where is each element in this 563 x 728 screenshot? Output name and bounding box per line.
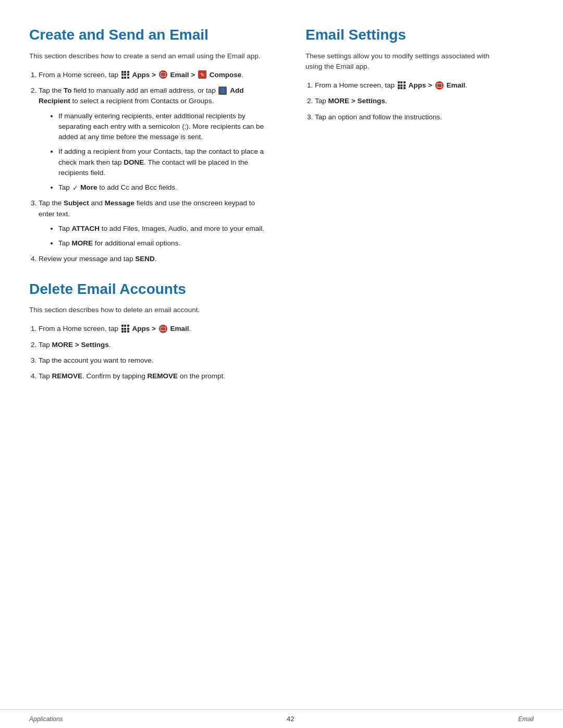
email-label-step1: Email > — [170, 71, 195, 79]
settings-step3-text: Tap an option and follow the instruction… — [315, 113, 442, 121]
footer-center: 42 — [287, 715, 294, 723]
section-email-settings: Email Settings These settings allow you … — [305, 26, 498, 122]
settings-step-1: From a Home screen, tap Apps > Email. — [315, 80, 498, 91]
step2-bullets: If manually entering recipients, enter a… — [44, 111, 269, 193]
delete-step3-text: Tap the account you want to remove. — [39, 356, 154, 364]
apps-grid-icon-3 — [398, 81, 406, 89]
email-label-delete: Email — [170, 325, 189, 332]
compose-label: Compose — [210, 71, 242, 79]
settings-step-3: Tap an option and follow the instruction… — [315, 112, 498, 122]
delete-step1-text: From a Home screen, tap Apps > Email. — [39, 325, 191, 332]
add-recipient-icon — [218, 87, 227, 95]
right-column: Email Settings These settings allow you … — [290, 26, 498, 668]
step3-bullet-1: Tap ATTACH to add Files, Images, Audio, … — [58, 224, 269, 234]
content-area: Create and Send an Email This section de… — [0, 0, 563, 709]
email-app-icon-2 — [159, 325, 167, 333]
step2-text: Tap the To field to manually add an emai… — [39, 87, 243, 105]
subject-label: Subject — [64, 199, 89, 207]
section-create-email: Create and Send an Email This section de… — [29, 26, 269, 265]
step4-text: Review your message and tap SEND. — [39, 255, 157, 263]
email-app-icon-3 — [435, 81, 444, 90]
step-4: Review your message and tap SEND. — [39, 254, 269, 264]
delete-step4-text: Tap REMOVE. Confirm by tapping REMOVE on… — [39, 372, 225, 380]
step-3: Tap the Subject and Message fields and u… — [39, 198, 269, 249]
delete-email-steps: From a Home screen, tap Apps > Email. — [29, 324, 269, 381]
step2-bullet-1: If manually entering recipients, enter a… — [58, 111, 269, 143]
section-delete-email: Delete Email Accounts This section descr… — [29, 280, 269, 382]
step2-bullet-2: If adding a recipient from your Contacts… — [58, 146, 269, 178]
step2-bullet-3: Tap ✓ More to add Cc and Bcc fields. — [58, 182, 269, 193]
message-label: Message — [105, 199, 134, 207]
step1-text: From a Home screen, tap Apps > Email > C… — [39, 71, 243, 79]
email-settings-title: Email Settings — [305, 26, 498, 44]
step3-bullet-2: Tap MORE for additional email options. — [58, 238, 269, 249]
checkmark-icon: ✓ — [72, 183, 78, 193]
to-label: To — [64, 87, 72, 94]
delete-step-2: Tap MORE > Settings. — [39, 340, 269, 350]
apps-label: Apps > — [132, 71, 156, 79]
footer-right: Email — [518, 715, 534, 723]
settings-step1-text: From a Home screen, tap Apps > Email. — [315, 81, 467, 89]
step-1: From a Home screen, tap Apps > Email > C… — [39, 70, 269, 80]
email-settings-intro: These settings allow you to modify setti… — [305, 51, 498, 72]
compose-icon — [198, 70, 206, 79]
apps-grid-icon — [121, 71, 129, 79]
delete-step-4: Tap REMOVE. Confirm by tapping REMOVE on… — [39, 371, 269, 381]
delete-step2-text: Tap MORE > Settings. — [39, 341, 111, 349]
delete-email-intro: This section describes how to delete an … — [29, 305, 269, 315]
delete-step-1: From a Home screen, tap Apps > Email. — [39, 324, 269, 334]
step-2: Tap the To field to manually add an emai… — [39, 85, 269, 193]
step3-bullets: Tap ATTACH to add Files, Images, Audio, … — [44, 224, 269, 249]
create-email-intro: This section describes how to create a s… — [29, 51, 269, 61]
apps-label-2: Apps > — [132, 325, 156, 332]
settings-step-2: Tap MORE > Settings. — [315, 96, 498, 106]
footer: Applications 42 Email — [0, 709, 563, 728]
left-column: Create and Send an Email This section de… — [29, 26, 269, 668]
delete-email-title: Delete Email Accounts — [29, 280, 269, 298]
page: Create and Send an Email This section de… — [0, 0, 563, 728]
step3-text: Tap the Subject and Message fields and u… — [39, 199, 255, 217]
email-label-settings: Email — [447, 81, 466, 89]
footer-left: Applications — [29, 715, 63, 723]
delete-step-3: Tap the account you want to remove. — [39, 355, 269, 366]
email-app-icon — [159, 70, 167, 79]
apps-label-3: Apps > — [409, 81, 432, 89]
create-email-steps: From a Home screen, tap Apps > Email > C… — [29, 70, 269, 265]
settings-step2-text: Tap MORE > Settings. — [315, 97, 387, 105]
email-settings-steps: From a Home screen, tap Apps > Email. — [305, 80, 498, 122]
create-email-title: Create and Send an Email — [29, 26, 269, 44]
apps-grid-icon-2 — [121, 325, 129, 332]
